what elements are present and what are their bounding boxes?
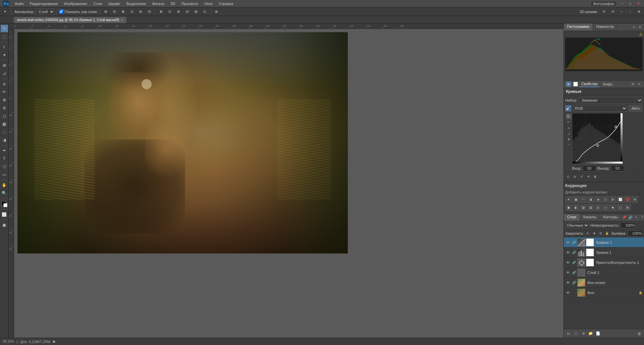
correction-pattern-btn[interactable]: ⊞: [624, 204, 631, 211]
workspace-dropdown[interactable]: Фотография: [591, 1, 616, 6]
lock-position-btn[interactable]: ✚: [592, 231, 597, 236]
layer-item-curves1[interactable]: 👁 🔗 Кривые 1: [564, 237, 644, 247]
zoom-tool[interactable]: 🔍: [1, 189, 8, 197]
hand-tool[interactable]: ✋: [1, 181, 8, 189]
fill-input[interactable]: [628, 230, 643, 236]
tab-close-btn[interactable]: ×: [121, 18, 123, 22]
menu-filter[interactable]: Фильтр: [149, 1, 167, 6]
layer-item-bg-copy[interactable]: 👁 🔗 Фон копия: [564, 278, 644, 288]
properties-tab[interactable]: Свойства: [579, 81, 599, 87]
panel-expand-icon[interactable]: ≫: [630, 81, 636, 87]
align-center-v-btn[interactable]: ⊞: [137, 8, 144, 15]
healing-tool[interactable]: ⌀: [1, 80, 8, 88]
align-top-btn[interactable]: ⊡: [128, 8, 136, 15]
layer-delete-btn[interactable]: 🗑: [636, 330, 643, 337]
fg-bg-colors[interactable]: [1, 200, 8, 208]
eyedropper-tool[interactable]: ⊿: [1, 70, 8, 77]
correction-threshold-btn[interactable]: ▤: [587, 204, 594, 211]
layer-new-btn[interactable]: 📄: [595, 330, 601, 337]
panel-close-icon[interactable]: ✕: [637, 81, 642, 87]
layer-link-levels1[interactable]: 🔗: [572, 250, 576, 255]
layer-adjustment-add-btn[interactable]: ⊕: [580, 330, 587, 337]
preset-select[interactable]: Заказная: [579, 97, 643, 104]
correction-color-balance-btn[interactable]: ⊕: [609, 196, 616, 203]
correction-gradient-map-btn[interactable]: ▭: [602, 204, 609, 211]
curves-visibility-btn[interactable]: 👁: [585, 174, 591, 180]
menu-view[interactable]: Просмотр: [178, 1, 201, 6]
blur-tool[interactable]: ◌: [1, 128, 8, 136]
distribute-4-btn[interactable]: ⊟: [183, 8, 191, 15]
distribute-3-btn[interactable]: ⊞: [175, 8, 182, 15]
distribute-1-btn[interactable]: ⊠: [157, 8, 165, 15]
channel-select[interactable]: RGB: [573, 105, 627, 112]
show-controls-label[interactable]: Показать упр.элем.: [59, 9, 98, 14]
3d-btn-1[interactable]: ⟳: [600, 8, 608, 15]
window-restore-btn[interactable]: □: [627, 0, 634, 7]
layers-cursor-icon[interactable]: ↖: [634, 215, 639, 220]
lock-all-btn[interactable]: 🔒: [604, 231, 609, 236]
menu-window[interactable]: Окно: [202, 1, 216, 6]
curves-reset-btn[interactable]: ↺: [579, 174, 585, 180]
correction-hsl-btn[interactable]: ⬡: [602, 196, 609, 203]
lock-artboard-btn[interactable]: ⊞: [598, 231, 603, 236]
history-tool[interactable]: ⊚: [1, 104, 8, 112]
layer-eye-brightness1[interactable]: 👁: [565, 260, 571, 265]
input-value[interactable]: [583, 165, 596, 171]
channels-tab[interactable]: Каналы: [580, 214, 600, 221]
menu-image[interactable]: Изображение: [61, 1, 90, 6]
menu-help[interactable]: Справка: [216, 1, 236, 6]
3d-btn-5[interactable]: ⊕: [635, 8, 643, 15]
align-bottom-btn[interactable]: ⊟: [146, 8, 153, 15]
brush-tool[interactable]: ✏: [1, 88, 8, 96]
curves-delete-btn[interactable]: 🗑: [592, 174, 598, 180]
correction-solid-color-btn[interactable]: ■: [609, 204, 616, 211]
screen-mode-btn[interactable]: ▣: [1, 221, 8, 229]
move-tool[interactable]: ↖: [1, 25, 8, 32]
correction-vibrance-btn[interactable]: ◈: [595, 196, 601, 203]
distribute-6-btn[interactable]: ⊡: [201, 8, 208, 15]
curves-auto-btn[interactable]: ⊞: [572, 174, 578, 180]
crop-tool[interactable]: ⊞: [1, 62, 8, 69]
output-value[interactable]: [611, 165, 624, 171]
correction-channel-mixer-btn[interactable]: ⊗: [632, 196, 638, 203]
navigator-tab[interactable]: Навигатор: [593, 23, 618, 31]
curves-clip-shadow-btn[interactable]: ⊟: [565, 174, 571, 180]
correction-photo-filter-btn[interactable]: ⭕: [624, 196, 631, 203]
layer-link-bg-copy[interactable]: 🔗: [572, 280, 576, 285]
layer-effects-btn[interactable]: fx: [565, 330, 572, 337]
correction-selective-color-btn[interactable]: ◎: [595, 204, 601, 211]
correction-color-lookup-btn[interactable]: ▣: [565, 204, 572, 211]
histogram-close-icon[interactable]: ✕: [637, 24, 643, 30]
correction-exposure-btn[interactable]: ◑: [587, 196, 594, 203]
auto-btn[interactable]: Авто: [629, 105, 643, 112]
layer-link-brightness1[interactable]: 🔗: [572, 260, 576, 265]
info-tab[interactable]: Инфо: [601, 81, 614, 87]
window-close-btn[interactable]: ✕: [635, 0, 642, 7]
menu-select[interactable]: Выделение: [124, 1, 149, 6]
quick-mask-btn[interactable]: ⬜: [1, 211, 8, 218]
layer-item-brightness1[interactable]: 👁 🔗 Яркость/Контрастность 1: [564, 257, 644, 268]
layers-type-icon[interactable]: T: [640, 215, 644, 220]
3d-btn-2[interactable]: ⟲: [609, 8, 616, 15]
lock-pixels-btn[interactable]: ⊡: [585, 231, 590, 236]
window-minimize-btn[interactable]: ─: [619, 0, 626, 7]
status-arrow-btn[interactable]: ▶: [53, 339, 56, 344]
marquee-tool[interactable]: ⬚: [1, 33, 8, 40]
layer-item-bg[interactable]: 👁 Фон 🔒: [564, 288, 644, 298]
distribute-5-btn[interactable]: ⊠: [192, 8, 200, 15]
correction-levels-btn[interactable]: ▦: [573, 196, 579, 203]
menu-file[interactable]: Файл: [12, 1, 26, 6]
curve-eyedropper-mid-tool[interactable]: ◈: [566, 136, 571, 142]
layers-tab[interactable]: Слои: [564, 214, 580, 221]
curve-eyedropper-tool[interactable]: ⊿: [566, 125, 571, 130]
correction-bw-btn[interactable]: ⬜: [617, 196, 624, 203]
dodge-tool[interactable]: ◑: [1, 136, 8, 144]
layer-eye-levels1[interactable]: 👁: [565, 250, 571, 255]
arrange-btn[interactable]: ⊞: [213, 8, 220, 15]
eraser-tool[interactable]: ◻: [1, 112, 8, 120]
correction-curves-btn[interactable]: 〰: [580, 196, 587, 203]
layer-eye-layer1[interactable]: 👁: [565, 270, 571, 275]
path-tool[interactable]: ⬡: [1, 163, 8, 170]
menu-font[interactable]: Шрифт: [106, 1, 123, 6]
background-color[interactable]: [3, 203, 7, 207]
